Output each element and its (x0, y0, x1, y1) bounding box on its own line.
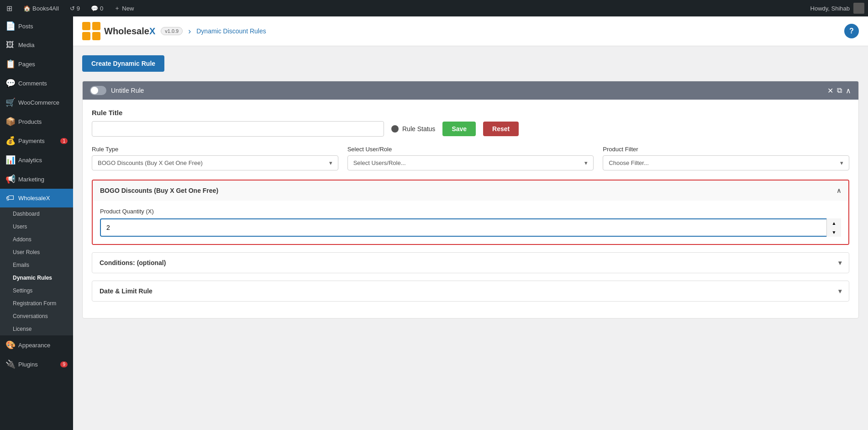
rule-card-body: Rule Title Rule Status Save Reset Ru (83, 100, 858, 318)
comments-count: 0 (100, 5, 103, 12)
help-button[interactable]: ? (844, 24, 859, 38)
site-home-icon: 🏠 (23, 5, 31, 12)
wp-icon: ⊞ (6, 4, 12, 13)
user-role-chevron: ▾ (584, 159, 588, 166)
user-role-select[interactable]: Select Users/Role... ▾ (347, 155, 594, 170)
admin-site-name[interactable]: 🏠 Books4All (21, 0, 62, 16)
sub-settings[interactable]: Settings (0, 284, 73, 297)
bogo-section: BOGO Discounts (Buy X Get One Free) ∧ Pr… (92, 180, 849, 245)
payments-badge: 1 (60, 138, 68, 144)
product-filter-placeholder: Choose Filter... (609, 159, 648, 166)
rule-type-value: BOGO Discounts (Buy X Get One Free) (98, 159, 203, 166)
rule-type-label: Rule Type (92, 146, 338, 153)
svg-rect-1 (92, 22, 100, 30)
rule-copy-button[interactable]: ⧉ (837, 86, 842, 95)
quantity-spinner: ▲ ▼ (826, 218, 841, 237)
sidebar-label-analytics: Analytics (18, 157, 42, 164)
products-icon: 📦 (5, 117, 15, 127)
sidebar-label-plugins: Plugins (18, 361, 38, 368)
sidebar-label-appearance: Appearance (18, 342, 50, 349)
sidebar-item-marketing[interactable]: 📢 Marketing (0, 170, 73, 189)
spin-up-button[interactable]: ▲ (827, 218, 841, 228)
version-badge: v1.0.9 (161, 27, 183, 35)
logo-svg (82, 22, 100, 40)
rule-header-title: Untitle Rule (111, 87, 823, 94)
pages-icon: 📋 (5, 59, 15, 69)
sidebar-label-comments: Comments (18, 80, 47, 87)
selects-row: Rule Type BOGO Discounts (Buy X Get One … (92, 146, 849, 170)
date-limit-header[interactable]: Date & Limit Rule ▾ (92, 281, 849, 301)
sub-conversations[interactable]: Conversations (0, 310, 73, 323)
rule-toggle[interactable] (90, 86, 106, 95)
rule-title-input[interactable] (92, 121, 384, 137)
rule-type-group: Rule Type BOGO Discounts (Buy X Get One … (92, 146, 338, 170)
sidebar-item-media[interactable]: 🖼 Media (0, 36, 73, 54)
conditions-chevron: ▾ (838, 259, 842, 266)
rule-collapse-button[interactable]: ∧ (846, 86, 851, 95)
breadcrumb-link[interactable]: Dynamic Discount Rules (196, 27, 266, 35)
user-avatar (853, 3, 864, 14)
rule-type-select[interactable]: BOGO Discounts (Buy X Get One Free) ▾ (92, 155, 338, 170)
bogo-collapse-icon[interactable]: ∧ (836, 187, 841, 194)
spin-down-button[interactable]: ▼ (827, 228, 841, 237)
sidebar-label-wholesalex: WholesaleX (18, 195, 50, 202)
sub-user-roles[interactable]: User Roles (0, 246, 73, 259)
sidebar-item-payments[interactable]: 💰 Payments 1 (0, 131, 73, 150)
sidebar-item-pages[interactable]: 📋 Pages (0, 54, 73, 74)
sidebar-item-analytics[interactable]: 📊 Analytics (0, 150, 73, 170)
sidebar-item-appearance[interactable]: 🎨 Appearance (0, 335, 73, 355)
reset-button[interactable]: Reset (483, 122, 519, 136)
sub-dynamic-rules[interactable]: Dynamic Rules (0, 271, 73, 284)
plugins-icon: 🔌 (5, 359, 15, 369)
product-filter-chevron: ▾ (840, 159, 843, 166)
marketing-icon: 📢 (5, 174, 15, 184)
user-role-label: Select User/Role (347, 146, 594, 153)
date-limit-chevron: ▾ (838, 287, 842, 295)
quantity-input[interactable] (100, 218, 841, 237)
wholesalex-icon: 🏷 (5, 193, 15, 203)
rule-close-button[interactable]: ✕ (827, 86, 833, 95)
sub-dashboard[interactable]: Dashboard (0, 207, 73, 220)
svg-rect-0 (82, 22, 90, 30)
sidebar-item-posts[interactable]: 📄 Posts (0, 16, 73, 36)
rule-header-actions: ✕ ⧉ ∧ (827, 86, 851, 95)
sidebar-item-products[interactable]: 📦 Products (0, 112, 73, 131)
save-button[interactable]: Save (442, 122, 476, 136)
sub-users[interactable]: Users (0, 220, 73, 233)
admin-comments[interactable]: 💬 0 (88, 0, 106, 16)
sidebar-item-comments[interactable]: 💬 Comments (0, 74, 73, 93)
sidebar-item-woocommerce[interactable]: 🛒 WooCommerce (0, 93, 73, 112)
svg-rect-3 (92, 32, 100, 40)
admin-bar: ⊞ 🏠 Books4All ↺ 9 💬 0 ＋ New Howdy, Shiha… (0, 0, 868, 16)
revisions-icon: ↺ (70, 5, 75, 12)
quantity-label: Product Quantity (X) (100, 208, 841, 215)
sidebar-item-wholesalex[interactable]: 🏷 WholesaleX (0, 189, 73, 207)
woo-icon: 🛒 (5, 97, 15, 107)
breadcrumb-arrow: › (188, 27, 191, 36)
logo-text: WholesaleX (104, 26, 155, 37)
sidebar: 📄 Posts 🖼 Media 📋 Pages 💬 Comments 🛒 Woo… (0, 16, 73, 430)
date-limit-label: Date & Limit Rule (100, 287, 153, 295)
plugins-badge: 9 (60, 361, 68, 367)
sub-addons[interactable]: Addons (0, 233, 73, 246)
conditions-header[interactable]: Conditions: (optional) ▾ (92, 253, 849, 273)
sub-emails[interactable]: Emails (0, 259, 73, 271)
admin-wp-logo[interactable]: ⊞ (4, 0, 15, 16)
create-dynamic-rule-button[interactable]: Create Dynamic Rule (82, 55, 164, 72)
sidebar-label-media: Media (18, 42, 34, 48)
wholesalex-submenu: Dashboard Users Addons User Roles Emails… (0, 207, 73, 335)
add-icon: ＋ (114, 4, 120, 12)
admin-new[interactable]: ＋ New (111, 0, 137, 16)
sidebar-label-products: Products (18, 118, 42, 125)
sidebar-label-posts: Posts (18, 23, 33, 30)
admin-revisions[interactable]: ↺ 9 (67, 0, 83, 16)
product-filter-label: Product Filter (603, 146, 849, 153)
payments-icon: 💰 (5, 136, 15, 146)
product-filter-select[interactable]: Choose Filter... ▾ (603, 155, 849, 170)
quantity-input-wrapper: ▲ ▼ (100, 218, 841, 237)
sub-license[interactable]: License (0, 323, 73, 335)
rule-status-group: Rule Status (391, 125, 435, 133)
new-label: New (122, 5, 134, 12)
sub-registration-form[interactable]: Registration Form (0, 297, 73, 310)
sidebar-item-plugins[interactable]: 🔌 Plugins 9 (0, 355, 73, 374)
